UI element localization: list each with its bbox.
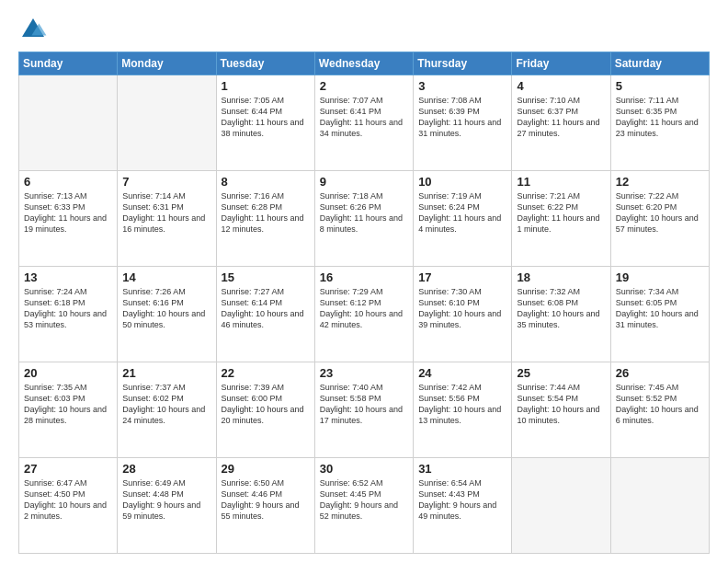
day-info: Sunrise: 7:29 AM Sunset: 6:12 PM Dayligh… — [320, 286, 408, 331]
page: SundayMondayTuesdayWednesdayThursdayFrid… — [0, 0, 728, 563]
calendar-cell: 9Sunrise: 7:18 AM Sunset: 6:26 PM Daylig… — [314, 171, 413, 267]
calendar-header-tuesday: Tuesday — [216, 52, 314, 75]
calendar-header-monday: Monday — [118, 52, 216, 75]
calendar-cell: 6Sunrise: 7:13 AM Sunset: 6:33 PM Daylig… — [19, 171, 118, 267]
calendar-cell: 3Sunrise: 7:08 AM Sunset: 6:39 PM Daylig… — [414, 75, 512, 171]
calendar-cell: 31Sunrise: 6:54 AM Sunset: 4:43 PM Dayli… — [414, 458, 512, 554]
header — [18, 15, 710, 44]
day-number: 12 — [616, 175, 704, 189]
day-number: 26 — [616, 366, 704, 380]
day-number: 9 — [320, 175, 408, 189]
calendar-cell: 7Sunrise: 7:14 AM Sunset: 6:31 PM Daylig… — [118, 171, 216, 267]
calendar-cell: 20Sunrise: 7:35 AM Sunset: 6:03 PM Dayli… — [19, 362, 118, 458]
day-number: 7 — [122, 175, 210, 189]
calendar-header-wednesday: Wednesday — [314, 52, 413, 75]
day-number: 6 — [24, 175, 112, 189]
day-info: Sunrise: 7:35 AM Sunset: 6:03 PM Dayligh… — [24, 382, 112, 427]
day-info: Sunrise: 7:32 AM Sunset: 6:08 PM Dayligh… — [517, 286, 605, 331]
day-info: Sunrise: 7:11 AM Sunset: 6:35 PM Dayligh… — [616, 95, 704, 140]
day-info: Sunrise: 7:37 AM Sunset: 6:02 PM Dayligh… — [122, 382, 210, 427]
calendar-cell: 24Sunrise: 7:42 AM Sunset: 5:56 PM Dayli… — [414, 362, 512, 458]
day-number: 18 — [517, 270, 605, 284]
day-info: Sunrise: 7:21 AM Sunset: 6:22 PM Dayligh… — [517, 190, 605, 236]
calendar-cell — [512, 458, 610, 554]
day-info: Sunrise: 7:18 AM Sunset: 6:26 PM Dayligh… — [320, 190, 408, 236]
day-number: 21 — [122, 366, 210, 380]
day-number: 25 — [517, 366, 605, 380]
calendar-header-sunday: Sunday — [19, 52, 118, 75]
calendar-header-friday: Friday — [512, 52, 610, 75]
calendar-cell: 8Sunrise: 7:16 AM Sunset: 6:28 PM Daylig… — [216, 171, 314, 267]
calendar-cell: 23Sunrise: 7:40 AM Sunset: 5:58 PM Dayli… — [314, 362, 413, 458]
calendar-cell: 11Sunrise: 7:21 AM Sunset: 6:22 PM Dayli… — [512, 171, 610, 267]
day-info: Sunrise: 6:50 AM Sunset: 4:46 PM Dayligh… — [222, 477, 310, 523]
calendar-cell: 14Sunrise: 7:26 AM Sunset: 6:16 PM Dayli… — [118, 267, 216, 362]
calendar-cell: 25Sunrise: 7:44 AM Sunset: 5:54 PM Dayli… — [512, 362, 610, 458]
calendar-week-3: 13Sunrise: 7:24 AM Sunset: 6:18 PM Dayli… — [19, 267, 710, 362]
day-info: Sunrise: 7:22 AM Sunset: 6:20 PM Dayligh… — [616, 190, 704, 236]
calendar-cell — [610, 458, 709, 554]
day-number: 8 — [222, 175, 310, 189]
calendar-table: SundayMondayTuesdayWednesdayThursdayFrid… — [18, 52, 710, 554]
calendar-cell — [118, 75, 216, 171]
calendar-header-thursday: Thursday — [414, 52, 512, 75]
day-number: 11 — [517, 175, 605, 189]
day-info: Sunrise: 7:40 AM Sunset: 5:58 PM Dayligh… — [320, 382, 408, 427]
calendar-cell: 18Sunrise: 7:32 AM Sunset: 6:08 PM Dayli… — [512, 267, 610, 362]
calendar-cell: 30Sunrise: 6:52 AM Sunset: 4:45 PM Dayli… — [314, 458, 413, 554]
day-number: 3 — [418, 79, 506, 93]
day-number: 27 — [24, 462, 112, 476]
day-info: Sunrise: 7:30 AM Sunset: 6:10 PM Dayligh… — [418, 286, 506, 331]
day-number: 2 — [320, 79, 408, 93]
logo-icon — [18, 15, 48, 44]
day-info: Sunrise: 7:39 AM Sunset: 6:00 PM Dayligh… — [222, 382, 310, 427]
calendar-cell: 1Sunrise: 7:05 AM Sunset: 6:44 PM Daylig… — [216, 75, 314, 171]
calendar-cell: 12Sunrise: 7:22 AM Sunset: 6:20 PM Dayli… — [610, 171, 709, 267]
calendar-cell: 28Sunrise: 6:49 AM Sunset: 4:48 PM Dayli… — [118, 458, 216, 554]
calendar-cell — [19, 75, 118, 171]
day-info: Sunrise: 6:54 AM Sunset: 4:43 PM Dayligh… — [418, 477, 506, 523]
day-info: Sunrise: 7:45 AM Sunset: 5:52 PM Dayligh… — [616, 382, 704, 427]
day-number: 23 — [320, 366, 408, 380]
calendar-header-saturday: Saturday — [610, 52, 709, 75]
day-info: Sunrise: 7:42 AM Sunset: 5:56 PM Dayligh… — [418, 382, 506, 427]
day-info: Sunrise: 7:34 AM Sunset: 6:05 PM Dayligh… — [616, 286, 704, 331]
day-info: Sunrise: 7:16 AM Sunset: 6:28 PM Dayligh… — [222, 190, 310, 236]
day-info: Sunrise: 7:24 AM Sunset: 6:18 PM Dayligh… — [24, 286, 112, 331]
calendar-cell: 5Sunrise: 7:11 AM Sunset: 6:35 PM Daylig… — [610, 75, 709, 171]
day-info: Sunrise: 7:07 AM Sunset: 6:41 PM Dayligh… — [320, 95, 408, 140]
calendar-cell: 22Sunrise: 7:39 AM Sunset: 6:00 PM Dayli… — [216, 362, 314, 458]
day-info: Sunrise: 7:08 AM Sunset: 6:39 PM Dayligh… — [418, 95, 506, 140]
day-info: Sunrise: 7:19 AM Sunset: 6:24 PM Dayligh… — [418, 190, 506, 236]
day-number: 10 — [418, 175, 506, 189]
day-number: 20 — [24, 366, 112, 380]
calendar-cell: 27Sunrise: 6:47 AM Sunset: 4:50 PM Dayli… — [19, 458, 118, 554]
logo — [18, 15, 51, 44]
day-info: Sunrise: 7:05 AM Sunset: 6:44 PM Dayligh… — [222, 95, 310, 140]
day-number: 15 — [222, 270, 310, 284]
day-number: 1 — [222, 79, 310, 93]
calendar-cell: 26Sunrise: 7:45 AM Sunset: 5:52 PM Dayli… — [610, 362, 709, 458]
day-number: 30 — [320, 462, 408, 476]
calendar-cell: 15Sunrise: 7:27 AM Sunset: 6:14 PM Dayli… — [216, 267, 314, 362]
day-number: 22 — [222, 366, 310, 380]
day-number: 13 — [24, 270, 112, 284]
calendar-week-1: 1Sunrise: 7:05 AM Sunset: 6:44 PM Daylig… — [19, 75, 710, 171]
day-info: Sunrise: 6:49 AM Sunset: 4:48 PM Dayligh… — [122, 477, 210, 523]
day-number: 31 — [418, 462, 506, 476]
day-number: 19 — [616, 270, 704, 284]
day-info: Sunrise: 7:44 AM Sunset: 5:54 PM Dayligh… — [517, 382, 605, 427]
calendar-week-4: 20Sunrise: 7:35 AM Sunset: 6:03 PM Dayli… — [19, 362, 710, 458]
day-number: 4 — [517, 79, 605, 93]
calendar-cell: 19Sunrise: 7:34 AM Sunset: 6:05 PM Dayli… — [610, 267, 709, 362]
calendar-week-2: 6Sunrise: 7:13 AM Sunset: 6:33 PM Daylig… — [19, 171, 710, 267]
day-number: 14 — [122, 270, 210, 284]
day-info: Sunrise: 6:47 AM Sunset: 4:50 PM Dayligh… — [24, 477, 112, 523]
day-info: Sunrise: 7:10 AM Sunset: 6:37 PM Dayligh… — [517, 95, 605, 140]
day-number: 16 — [320, 270, 408, 284]
day-info: Sunrise: 7:27 AM Sunset: 6:14 PM Dayligh… — [222, 286, 310, 331]
day-number: 28 — [122, 462, 210, 476]
calendar-cell: 17Sunrise: 7:30 AM Sunset: 6:10 PM Dayli… — [414, 267, 512, 362]
day-number: 29 — [222, 462, 310, 476]
calendar-cell: 13Sunrise: 7:24 AM Sunset: 6:18 PM Dayli… — [19, 267, 118, 362]
